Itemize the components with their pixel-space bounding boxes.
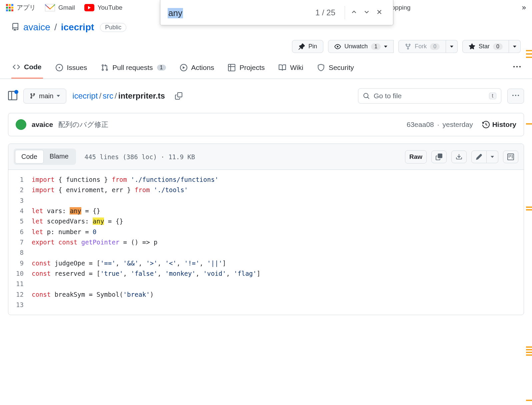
tab-code[interactable]: Code [11,63,43,79]
copy-button[interactable] [431,151,447,163]
bookmarks-overflow[interactable]: » [522,3,526,12]
scroll-markers [526,0,532,405]
file-meta: 445 lines (386 loc) · 11.9 KB [85,153,195,161]
visibility-badge: Public [100,23,126,32]
youtube-icon [84,4,94,11]
download-button[interactable] [451,151,467,163]
copy-path-button[interactable] [171,90,186,102]
caret-down-icon [513,46,516,48]
branch-select[interactable]: main [23,89,66,104]
edit-group [471,151,498,163]
view-toggle: Code Blame [14,149,76,165]
pin-icon [298,43,305,50]
search-icon [363,93,370,99]
nav-overflow[interactable] [513,63,521,78]
fork-button[interactable]: Fork 0 [398,40,446,53]
apps-icon [6,4,13,11]
tab-wiki[interactable]: Wiki [277,64,305,78]
star-count: 0 [493,43,503,50]
caret-down-icon [57,95,60,97]
youtube-label: YouTube [98,4,123,11]
search-match-current: any [70,207,81,214]
gmail-icon [45,4,55,11]
crumb-file: interpriter.ts [118,91,165,100]
tab-projects[interactable]: Projects [227,64,266,78]
star-group: Star 0 [462,40,521,53]
tab-security[interactable]: Security [316,64,355,78]
commit-message[interactable]: 配列のバグ修正 [58,120,108,129]
star-button[interactable]: Star 0 [462,40,509,53]
table-icon [228,64,235,71]
find-input[interactable] [168,7,261,18]
star-icon [469,43,475,50]
tab-pull-requests[interactable]: Pull requests1 [100,64,167,78]
commit-meta: 63eaa08·yesterday History [407,121,516,129]
apps-label: アプリ [17,3,36,12]
copy-icon [436,154,442,160]
go-to-file-input[interactable]: Go to file t [358,88,501,104]
blame-view-button[interactable]: Blame [44,150,75,164]
file-more-button[interactable] [507,89,524,104]
fork-dropdown[interactable] [446,40,458,53]
book-icon [279,64,286,71]
tab-actions[interactable]: Actions [179,64,216,78]
find-next-button[interactable] [360,6,373,19]
edit-button[interactable] [471,151,487,163]
unwatch-label: Unwatch [344,43,368,50]
divider [345,6,345,19]
file-nav: main icecript/src/interpriter.ts Go to f… [0,79,532,113]
breadcrumb: icecript/src/interpriter.ts [72,91,165,101]
pin-button[interactable]: Pin [292,40,323,53]
pencil-icon [476,154,482,160]
crumb-root[interactable]: icecript [72,91,98,100]
avatar[interactable] [16,119,26,130]
find-count: 1 / 25 [315,8,335,17]
symbols-button[interactable] [503,151,518,163]
code-content[interactable]: 1import { functions } from './functions/… [8,170,524,315]
fork-label: Fork [415,43,427,50]
history-icon [482,121,490,128]
caret-down-icon [491,156,494,158]
pr-icon [101,64,108,71]
issues-icon [56,64,63,71]
branch-icon [30,93,36,99]
copy-icon [175,92,182,100]
repo-name-link[interactable]: icecript [61,22,94,33]
fork-icon [405,43,411,50]
find-bar: any 1 / 25 [160,0,393,25]
find-close-button[interactable] [373,6,386,19]
commit-author[interactable]: avaice [32,121,53,129]
code-header: Code Blame 445 lines (386 loc) · 11.9 KB… [8,144,524,170]
eye-icon [334,43,341,50]
repo-owner-link[interactable]: avaice [23,22,50,33]
raw-button[interactable]: Raw [405,150,427,164]
search-match: any [93,217,104,225]
play-icon [180,64,187,71]
branch-name: main [39,92,53,100]
history-button[interactable]: History [482,121,516,129]
crumb-src[interactable]: src [103,91,113,100]
watch-count: 1 [371,43,381,50]
pr-count: 1 [157,65,166,71]
code-view-button[interactable]: Code [15,150,44,164]
code-icon [13,63,20,71]
star-label: Star [479,43,490,50]
tab-issues[interactable]: Issues [54,64,89,78]
edit-dropdown[interactable] [487,151,498,163]
find-prev-button[interactable] [348,6,360,19]
caret-down-icon [450,46,453,48]
latest-commit: avaice 配列のバグ修正 63eaa08·yesterday History [8,113,524,136]
pin-label: Pin [308,43,317,50]
gmail-bookmark[interactable]: Gmail [45,4,75,11]
unwatch-button[interactable]: Unwatch 1 [328,40,394,53]
file-tree-toggle[interactable] [8,91,17,101]
shield-icon [317,64,325,71]
apps-bookmark[interactable]: アプリ [6,3,36,12]
code-box: Code Blame 445 lines (386 loc) · 11.9 KB… [8,144,524,315]
youtube-bookmark[interactable]: YouTube [84,4,123,11]
star-dropdown[interactable] [509,40,521,53]
kbd-hint: t [489,93,496,99]
watch-button: Unwatch 1 [328,40,394,53]
commit-sha[interactable]: 63eaa08 [407,121,434,129]
go-to-file-placeholder: Go to file [374,92,402,100]
